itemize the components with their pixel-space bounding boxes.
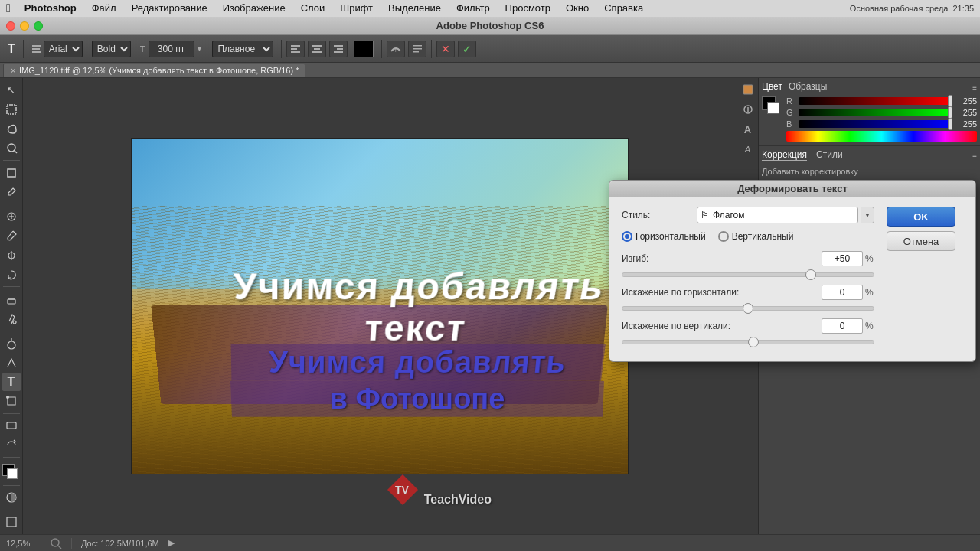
r-value: 255 bbox=[956, 96, 977, 106]
menu-help[interactable]: Справка bbox=[598, 0, 649, 17]
ok-button[interactable]: OK bbox=[887, 207, 956, 227]
menu-window[interactable]: Окно bbox=[560, 0, 595, 17]
b-slider[interactable] bbox=[799, 120, 952, 128]
menu-view[interactable]: Просмотр bbox=[499, 0, 557, 17]
warp-style-select[interactable]: 🏳 Флагом bbox=[697, 207, 858, 223]
eyedropper-tool[interactable] bbox=[2, 183, 21, 201]
text-tool[interactable]: T bbox=[2, 373, 21, 390]
apple-menu[interactable]:  bbox=[6, 2, 11, 15]
background-color[interactable] bbox=[7, 468, 18, 479]
align-right-button[interactable] bbox=[329, 41, 348, 57]
workspace-selector[interactable]: Основная рабочая среда bbox=[850, 4, 949, 13]
menu-font[interactable]: Шрифт bbox=[334, 0, 379, 17]
menu-edit[interactable]: Редактирование bbox=[126, 0, 214, 17]
fg-bg-colors[interactable] bbox=[2, 464, 21, 481]
panel-icon-text2[interactable]: A bbox=[740, 141, 756, 158]
svg-point-27 bbox=[8, 341, 15, 349]
font-family-input[interactable]: Arial bbox=[44, 41, 83, 57]
antialias-input[interactable]: Плавное bbox=[212, 41, 273, 57]
move-tool[interactable]: ↖ bbox=[2, 81, 21, 99]
menu-file[interactable]: Файл bbox=[86, 0, 122, 17]
bend-slider-thumb[interactable] bbox=[805, 269, 816, 280]
g-slider-thumb[interactable] bbox=[948, 106, 952, 119]
panel-icon-a[interactable]: A bbox=[740, 121, 756, 138]
v-distort-input[interactable] bbox=[822, 318, 863, 334]
commit-edit-button[interactable]: ✓ bbox=[458, 41, 476, 57]
document-tab[interactable]: ✕ IMG_1120.tiff @ 12,5% (Учимся добавлят… bbox=[3, 64, 305, 77]
healing-brush-tool[interactable] bbox=[2, 207, 21, 225]
h-distort-slider-thumb[interactable] bbox=[743, 303, 753, 314]
color-fg-bg[interactable] bbox=[762, 96, 782, 116]
menu-photoshop[interactable]: Photoshop bbox=[18, 0, 83, 17]
correction-panel-collapse[interactable]: ≡ bbox=[972, 152, 977, 161]
screen-mode-tool[interactable] bbox=[2, 514, 21, 531]
menu-filter[interactable]: Фильтр bbox=[450, 0, 496, 17]
radio-horizontal-inner bbox=[625, 234, 629, 239]
tab-styles[interactable]: Стили bbox=[816, 149, 843, 161]
clone-stamp-tool[interactable] bbox=[2, 246, 21, 264]
warp-style-dropdown-arrow[interactable]: ▼ bbox=[861, 207, 874, 223]
forward-arrow[interactable]: ▶ bbox=[168, 538, 175, 548]
maximize-button[interactable] bbox=[34, 21, 43, 31]
panel-icon-adjust[interactable] bbox=[740, 101, 756, 118]
font-family-selector[interactable]: Arial bbox=[28, 39, 86, 59]
font-size-selector[interactable]: T ▼ bbox=[137, 39, 207, 59]
color-panel-collapse[interactable]: ≡ bbox=[972, 83, 977, 92]
quick-mask-tool[interactable] bbox=[2, 489, 21, 507]
close-button[interactable] bbox=[6, 21, 15, 31]
bg-color-swatch[interactable] bbox=[767, 102, 779, 114]
paint-bucket-tool[interactable] bbox=[2, 310, 21, 328]
zoom-icon[interactable] bbox=[50, 537, 62, 549]
minimize-button[interactable] bbox=[20, 21, 29, 31]
font-style-input[interactable]: Bold bbox=[92, 41, 131, 57]
menu-image[interactable]: Изображение bbox=[217, 0, 292, 17]
svg-rect-2 bbox=[32, 51, 41, 53]
font-style-selector[interactable]: Bold bbox=[89, 39, 134, 59]
b-slider-thumb[interactable] bbox=[948, 118, 952, 130]
antialias-selector[interactable]: Плавное bbox=[209, 39, 276, 59]
dodge-tool[interactable] bbox=[2, 334, 21, 352]
r-slider[interactable] bbox=[799, 97, 952, 105]
svg-rect-11 bbox=[334, 51, 343, 53]
character-paragraph-button[interactable] bbox=[408, 41, 426, 57]
font-size-input[interactable] bbox=[149, 41, 194, 57]
text-color-swatch[interactable] bbox=[351, 39, 377, 59]
lasso-tool[interactable] bbox=[2, 120, 21, 138]
history-brush-tool[interactable] bbox=[2, 266, 21, 283]
menu-select[interactable]: Выделение bbox=[382, 0, 447, 17]
r-slider-thumb[interactable] bbox=[948, 95, 952, 107]
g-slider[interactable] bbox=[799, 109, 952, 116]
rotate-view-tool[interactable] bbox=[2, 436, 21, 454]
bend-slider[interactable] bbox=[622, 272, 874, 277]
align-center-button[interactable] bbox=[308, 41, 326, 57]
menu-layers[interactable]: Слои bbox=[295, 0, 332, 17]
add-correction-button[interactable]: Добавить корректировку bbox=[762, 167, 977, 176]
brush-tool[interactable] bbox=[2, 227, 21, 245]
color-b-row: B 255 bbox=[786, 119, 977, 129]
v-distort-slider-thumb[interactable] bbox=[748, 337, 759, 347]
h-distort-slider[interactable] bbox=[622, 306, 874, 311]
pen-tool[interactable] bbox=[2, 354, 21, 371]
crop-tool[interactable] bbox=[2, 164, 21, 181]
radio-vertical[interactable]: Вертикальный bbox=[718, 231, 794, 242]
tab-color[interactable]: Цвет bbox=[762, 81, 782, 93]
quick-select-tool[interactable] bbox=[2, 139, 21, 157]
text-tool-icon[interactable]: T bbox=[5, 39, 18, 59]
bend-input[interactable] bbox=[822, 251, 863, 266]
cancel-edit-button[interactable]: ✕ bbox=[436, 41, 455, 57]
document-tab-close[interactable]: ✕ bbox=[10, 67, 16, 75]
path-select-tool[interactable] bbox=[2, 393, 21, 410]
eraser-tool[interactable] bbox=[2, 290, 21, 308]
warp-text-button[interactable]: T bbox=[387, 41, 405, 57]
tab-correction[interactable]: Коррекция bbox=[762, 149, 807, 161]
marquee-tool[interactable] bbox=[2, 100, 21, 118]
rectangle-tool[interactable] bbox=[2, 417, 21, 435]
align-left-button[interactable] bbox=[286, 41, 305, 57]
h-distort-input[interactable] bbox=[822, 285, 863, 300]
v-distort-slider[interactable] bbox=[622, 340, 874, 344]
panel-icon-color[interactable] bbox=[740, 81, 756, 98]
color-spectrum[interactable] bbox=[786, 131, 977, 142]
cancel-button[interactable]: Отмена bbox=[887, 231, 956, 251]
radio-horizontal[interactable]: Горизонтальный bbox=[622, 231, 706, 242]
tab-samples[interactable]: Образцы bbox=[789, 81, 827, 93]
